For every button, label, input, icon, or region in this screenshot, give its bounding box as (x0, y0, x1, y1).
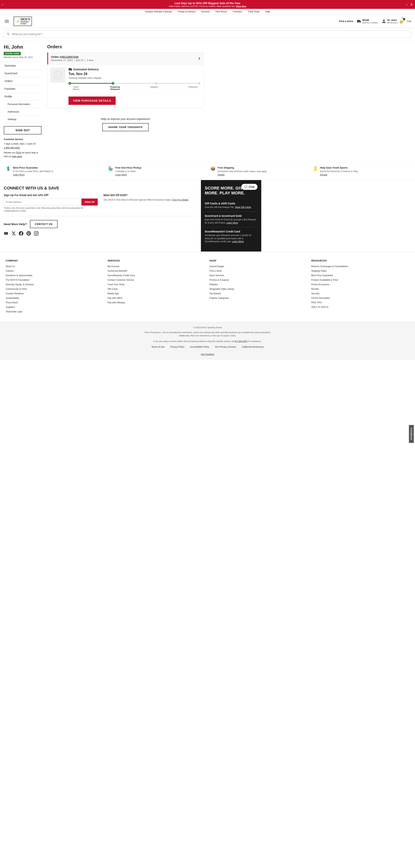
account-info[interactable]: Hi, John My Account (382, 19, 398, 24)
footer-link-pro-tips[interactable]: PRO TIPS (311, 301, 409, 304)
footer-link-product-availability[interactable]: Product Availability & Price (311, 278, 409, 281)
footer-link-shoppable-video[interactable]: Shoppable Video Library (209, 287, 307, 290)
sidebar-item-summary[interactable]: Summary (4, 62, 41, 69)
benefit-best-price-link[interactable]: Learn More (13, 174, 25, 176)
footer-link-scorecard-benefits[interactable]: ScoreCard Benefits (108, 269, 206, 272)
sidebar-link-orders[interactable]: Orders (4, 77, 41, 85)
privacy-link[interactable]: Privacy Policy (170, 345, 184, 349)
promo-prev-btn[interactable]: ‹ (2, 2, 3, 6)
footer-link-about[interactable]: About Us (6, 265, 104, 268)
sidebar-item-addresses[interactable]: Addresses (4, 108, 41, 116)
footer-link-recalls[interactable]: Recalls (311, 287, 409, 290)
footer-link-store-services[interactable]: Store Services (209, 274, 307, 277)
order-number-link[interactable]: 30112657244 (61, 55, 79, 58)
accessibility-phone[interactable]: 877-846-9997 (235, 340, 248, 342)
sidebar-link-addresses[interactable]: Addresses (4, 108, 41, 115)
footer-link-rebates[interactable]: Rebates (209, 283, 307, 286)
cs-phone[interactable]: 1-800-440-4002 (4, 147, 20, 149)
footer-link-returns[interactable]: Returns, Exchanges & Cancellations (311, 265, 409, 268)
footer-link-top-brands[interactable]: Top Brands (209, 292, 307, 295)
accessibility-link[interactable]: Accessibility Policy (190, 345, 209, 349)
footer-link-find-store[interactable]: Find a Store (209, 269, 307, 272)
footer-link-donations[interactable]: Donations & Sponsorships (6, 274, 104, 277)
signout-button[interactable]: SIGN OUT (4, 126, 41, 134)
facebook-icon[interactable] (19, 231, 23, 237)
gift-cards-link[interactable]: Shop Gift Cards (235, 206, 251, 209)
nav-pickup-delivery[interactable]: Pickup & Delivery (178, 10, 196, 13)
nav-help[interactable]: Help (265, 10, 270, 13)
footer-link-affirm[interactable]: Pay with Affirm (108, 297, 206, 300)
sidebar-link-personal-info[interactable]: Personal Information (4, 100, 41, 108)
twitter-icon[interactable] (11, 231, 16, 237)
footer-link-track-order[interactable]: Track Your Order (108, 283, 206, 286)
nav-services[interactable]: Services (201, 10, 210, 13)
footer-link-security[interactable]: Security (311, 292, 409, 295)
footer-link-teammate[interactable]: Teammate Login (6, 310, 104, 313)
logo[interactable]: ⚡ DICK'S SPORTINGGOODS (13, 17, 32, 26)
footer-link-press[interactable]: Press Room (6, 301, 104, 304)
footer-link-foundation[interactable]: The DICK'S Foundation (6, 278, 104, 281)
benefit-shipping-link[interactable]: Details (218, 174, 225, 176)
email-input[interactable] (4, 198, 82, 206)
text-col-link[interactable]: Click For Details (172, 198, 188, 201)
nav-sneaker-release[interactable]: Sneaker Release Calendar (145, 10, 172, 13)
pinterest-icon[interactable] (26, 231, 31, 237)
sidebar-link-summary[interactable]: Summary (4, 62, 41, 69)
footer-link-cpsia[interactable]: CPSIA Information (311, 297, 409, 300)
footer-link-only-at-dicks[interactable]: ONLY AT DICK'S (311, 305, 409, 308)
instagram-icon[interactable] (34, 231, 38, 237)
sidebar-item-settings[interactable]: Settings (4, 116, 41, 123)
footer-link-my-account[interactable]: My Account (108, 265, 206, 268)
sidebar-link-favorites[interactable]: Favorites (4, 85, 41, 93)
california-link[interactable]: California Disclosures (242, 345, 264, 349)
footer-link-suppliers[interactable]: Suppliers (6, 305, 104, 308)
delivery-location[interactable]: 48188 Delivery Location (357, 19, 378, 24)
footer-link-shipping-rates[interactable]: Shipping Rates (311, 269, 409, 272)
footer-link-investor[interactable]: Investor Relations (6, 292, 104, 295)
menu-button[interactable] (4, 19, 10, 24)
promo-next-btn[interactable]: › (406, 2, 408, 6)
view-purchase-btn[interactable]: VIEW PURCHASE DETAILS (68, 96, 116, 105)
footer-link-gamechanger[interactable]: GameChanger (209, 265, 307, 268)
benefit-pickup-link[interactable]: Learn More (115, 174, 127, 176)
footer-link-dei[interactable]: Diversity, Equity, & Inclusion (6, 283, 104, 286)
scorecard-link[interactable]: Learn More (226, 221, 238, 224)
search-input[interactable] (12, 33, 408, 36)
help-desk-link[interactable]: help desk (12, 155, 22, 158)
cart[interactable]: 0 Cart (402, 17, 411, 25)
youtube-icon[interactable] (4, 231, 8, 237)
footer-link-mobile-app[interactable]: Mobile App (108, 292, 206, 295)
footer-link-contact-cs[interactable]: Contact Customer Service (108, 278, 206, 281)
footer-link-popular-categories[interactable]: Popular Categories (209, 297, 307, 300)
sidebar-item-scorecard[interactable]: ScoreCard (4, 69, 41, 77)
credit-card-link[interactable]: Learn More (232, 240, 243, 243)
footer-link-promo-exclusions[interactable]: Promo Exclusions (311, 283, 409, 286)
footer-link-afterpay[interactable]: Pay with Afterpay (108, 301, 206, 304)
promo-pause-btn[interactable]: ⏸ (410, 3, 413, 6)
privacy-choices-link[interactable]: Your Privacy Choices (215, 345, 236, 349)
order-collapse-icon[interactable]: ∧ (198, 56, 201, 61)
sidebar-item-personal-info[interactable]: Personal Information (4, 100, 41, 108)
footer-link-gift-cards[interactable]: Gift Cards (108, 287, 206, 290)
promo-link[interactable]: Shop Now (236, 5, 246, 7)
find-store-link[interactable]: Find a Store (339, 20, 353, 23)
chat-bubble[interactable]: 💬 Chat (241, 184, 258, 190)
nav-favorites[interactable]: Favorites (233, 10, 242, 13)
nav-track-order[interactable]: Track Order (248, 10, 260, 13)
footer-link-sustainability[interactable]: Sustainability (6, 297, 104, 300)
sidebar-link-settings[interactable]: Settings (4, 116, 41, 123)
nav-find-stores[interactable]: Find Stores (216, 10, 227, 13)
sidebar-item-favorites[interactable]: Favorites (4, 85, 41, 93)
sidebar-item-orders[interactable]: Orders (4, 77, 41, 85)
footer-link-best-price[interactable]: Best Price Guarantee (311, 274, 409, 277)
email-signup-btn[interactable]: SIGN UP (82, 198, 97, 206)
share-thoughts-btn[interactable]: SHARE YOUR THOUGHTS (102, 123, 149, 131)
sidebar-link-profile[interactable]: Profile (4, 93, 41, 100)
footer-link-careers[interactable]: Careers (6, 269, 104, 272)
terms-link[interactable]: Terms of Use (151, 345, 165, 349)
sidebar-item-profile[interactable]: Profile (4, 93, 41, 100)
faq-link[interactable]: FAQs (16, 151, 21, 154)
contact-us-btn[interactable]: CONTACT US (30, 220, 58, 228)
footer-link-promos[interactable]: Promos & Coupons (209, 278, 307, 281)
footer-link-scorecard-credit[interactable]: ScoreRewards Credit Card (108, 274, 206, 277)
